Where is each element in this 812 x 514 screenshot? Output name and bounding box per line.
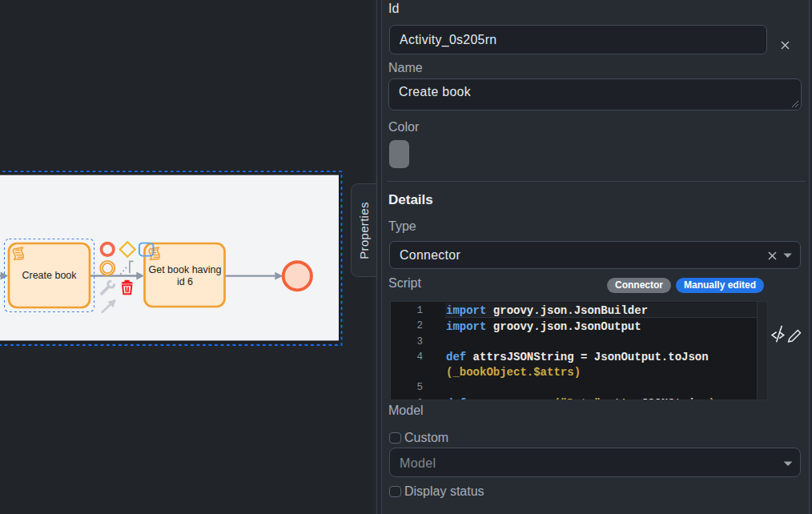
svg-text:Create book: Create book xyxy=(22,270,77,281)
svg-text:id 6: id 6 xyxy=(177,276,193,287)
svg-text:Get book having: Get book having xyxy=(148,264,221,275)
